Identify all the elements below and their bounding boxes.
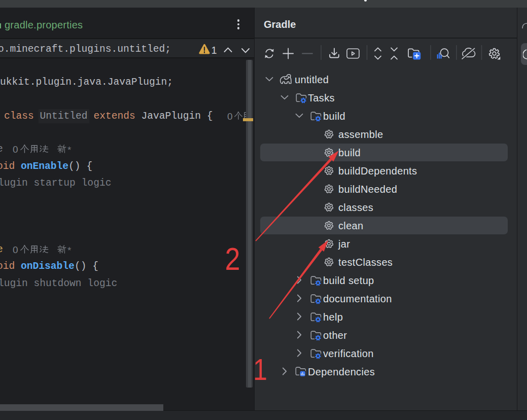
- svg-text:1: 1: [253, 353, 267, 387]
- svg-text:2: 2: [225, 241, 240, 276]
